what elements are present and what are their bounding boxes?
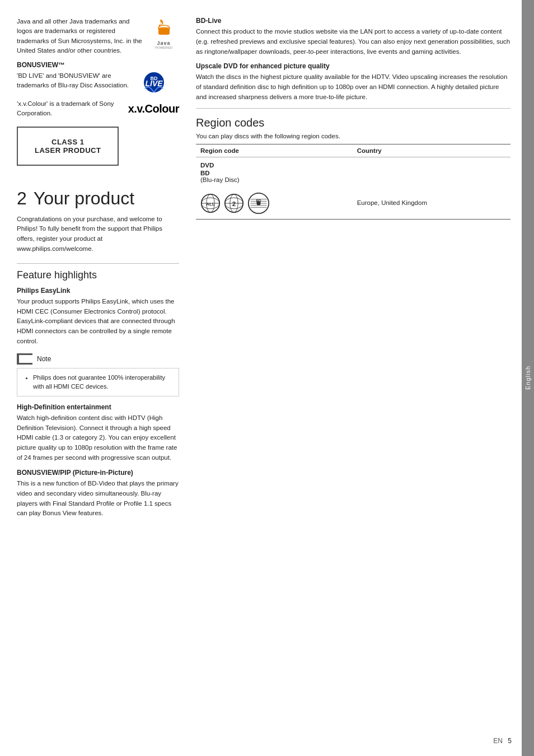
upscale-heading: Upscale DVD for enhanced picture quality (196, 62, 510, 70)
note-icon (17, 353, 32, 365)
feature-highlights-heading: Feature highlights (17, 269, 179, 281)
divider-1 (17, 263, 179, 264)
intro-text: Congratulations on your purchase, and we… (17, 214, 179, 254)
hd-text: Watch high-definition content disc with … (17, 413, 179, 463)
bonusview-row: 'BD LIVE' and 'BONUSVIEW' are trademarks… (17, 71, 179, 94)
page-number: 5 (508, 737, 512, 745)
svg-text:ALL: ALL (206, 201, 215, 206)
bonusview-text: 'BD LIVE' and 'BONUSVIEW' are trademarks… (17, 71, 137, 91)
bdlive-logo: BD LIVE (143, 71, 179, 94)
java-trademark-section: Java and all other Java trademarks and l… (17, 17, 179, 55)
table-row2-icons: ALL 2 (196, 188, 353, 220)
java-cup-icon (154, 17, 174, 39)
table-row1-country (353, 157, 510, 188)
xvcolour-logo: x.v.Colour (128, 102, 179, 115)
left-column: Java and all other Java trademarks and l… (17, 17, 179, 739)
note-container: Note Philips does not guarantee 100% int… (17, 353, 179, 396)
region-table: Region code Country DVD BD (Blu-ray Disc… (196, 144, 510, 220)
xvcolour-section: 'x.v.Colour' is a trademark of Sony Corp… (17, 99, 179, 119)
bd-live-heading: BD-Live (196, 17, 510, 25)
language-label: English (524, 366, 531, 390)
table-row1-disctypes: DVD BD (Blu-ray Disc) (196, 157, 353, 188)
table-header-region: Region code (196, 144, 353, 157)
bd-live-text: Connect this product to the movie studio… (196, 27, 510, 57)
bonusview-pip-heading: BONUSVIEW/PIP (Picture-in-Picture) (17, 469, 179, 477)
note-box: Philips does not guarantee 100% interope… (17, 368, 179, 396)
xvcolour-text: 'x.v.Colour' is a trademark of Sony Corp… (17, 99, 123, 119)
hd-heading: High-Definition entertainment (17, 403, 179, 411)
section-number: 2 (17, 188, 27, 208)
svg-rect-1 (158, 28, 170, 35)
section-2-heading: 2Your product (17, 188, 179, 209)
upscale-text: Watch the discs in the highest picture q… (196, 72, 510, 102)
easylink-heading: Philips EasyLink (17, 287, 179, 295)
dvd-label: DVD (200, 162, 348, 169)
page: Java and all other Java trademarks and l… (0, 0, 534, 756)
laser-class-label: CLASS 1 (51, 138, 84, 146)
bonusview-heading: BONUSVIEW™ (17, 61, 179, 69)
right-column: BD-Live Connect this product to the movi… (196, 17, 510, 739)
bonusview-section: BONUSVIEW™ 'BD LIVE' and 'BONUSVIEW' are… (17, 61, 179, 94)
svg-text:2: 2 (232, 199, 236, 207)
page-number-area: EN 5 (493, 737, 512, 745)
laser-product-label: LASER PRODUCT (35, 146, 101, 155)
main-content: Java and all other Java trademarks and l… (0, 0, 522, 756)
note-text: Philips does not guarantee 100% interope… (33, 373, 172, 391)
java-logo: Java POWERED (148, 17, 179, 49)
section-title: Your product (34, 188, 134, 208)
region2-disc-icon: 2 (224, 193, 244, 213)
laser-product-box: CLASS 1 LASER PRODUCT (17, 127, 119, 166)
java-trademark-text: Java and all other Java trademarks and l… (17, 17, 143, 55)
bdlive-svg: BD LIVE (143, 71, 177, 94)
note-label: Note (37, 355, 51, 363)
easylink-text: Your product supports Philips EasyLink, … (17, 297, 179, 347)
page-en-label: EN (493, 737, 503, 745)
bd-label: BD (200, 170, 348, 176)
region-codes-heading: Region codes (196, 116, 510, 129)
note-header: Note (17, 353, 179, 365)
language-tab: English (522, 0, 534, 756)
divider-2 (196, 108, 510, 109)
bonusview-pip-text: This is a new function of BD-Video that … (17, 479, 179, 519)
table-row-2: ALL 2 (196, 188, 510, 220)
java-powered-label: POWERED (155, 46, 172, 49)
table-row2-country: Europe, United Kingdom (353, 188, 510, 220)
region-intro: You can play discs with the following re… (196, 133, 510, 139)
svg-text:BD: BD (256, 199, 261, 203)
all-disc-icon: ALL (200, 193, 221, 213)
disc-icons: ALL 2 (200, 192, 348, 214)
bd-sublabel: (Blu-ray Disc) (200, 176, 348, 183)
java-label: Java (157, 40, 170, 46)
bd-disc-icon: BD (247, 192, 270, 214)
table-header-country: Country (353, 144, 510, 157)
table-row-1: DVD BD (Blu-ray Disc) (196, 157, 510, 188)
